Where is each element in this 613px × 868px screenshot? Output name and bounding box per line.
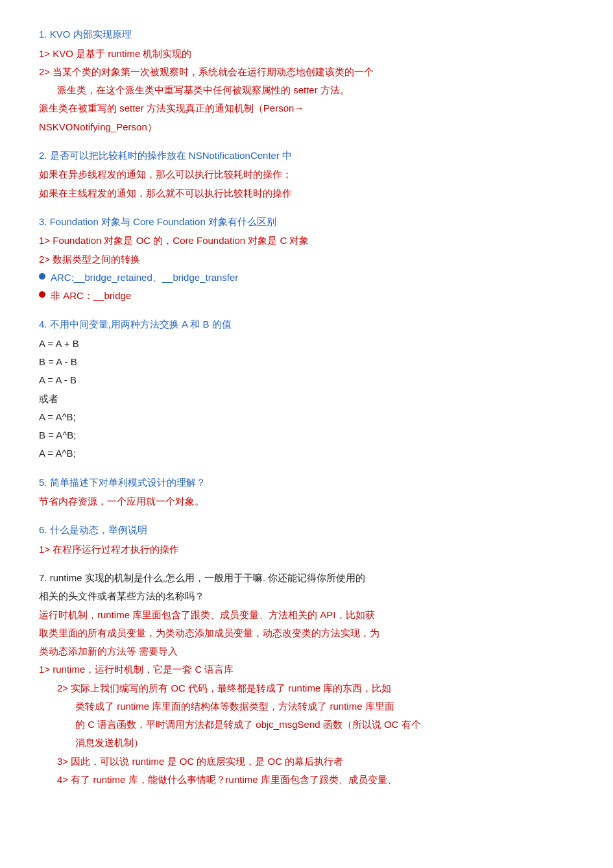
section-3: 3. Foundation 对象与 Core Foundation 对象有什么区… xyxy=(39,213,574,305)
heading-7: 7. runtime 实现的机制是什么,怎么用，一般用于干嘛. 你还能记得你所使… xyxy=(39,570,574,586)
section-1: 1. KVO 内部实现原理 1> KVO 是基于 runtime 机制实现的 2… xyxy=(39,26,574,136)
heading-4: 4. 不用中间变量,用两种方法交换 A 和 B 的值 xyxy=(39,316,574,333)
s4-item-3: A = A - B xyxy=(39,372,574,389)
heading-6: 6. 什么是动态，举例说明 xyxy=(39,522,574,538)
s4-item-2: B = A - B xyxy=(39,354,574,370)
heading-5: 5. 简单描述下对单利模式设计的理解？ xyxy=(39,474,574,491)
s7-item-2c: 的 C 语言函数，平时调用方法都是转成了 objc_msgSend 函数（所以说… xyxy=(39,716,574,733)
s7-item-2: 2> 实际上我们编写的所有 OC 代码，最终都是转成了 runtime 库的东西… xyxy=(39,680,574,697)
s4-item-7: A = A^B; xyxy=(39,445,574,462)
s7-item-1: 1> runtime，运行时机制，它是一套 C 语言库 xyxy=(39,661,574,678)
s1-item-3: 派生类在被重写的 setter 方法实现真正的通知机制（Person→ xyxy=(39,100,574,117)
s1-item-2: 2> 当某个类的对象第一次被观察时，系统就会在运行期动态地创建该类的一个 xyxy=(39,64,574,80)
s2-item-1: 如果在异步线程发的通知，那么可以执行比较耗时的操作； xyxy=(39,166,574,183)
s1-item-2b: 派生类，在这个派生类中重写基类中任何被观察属性的 setter 方法。 xyxy=(39,82,574,99)
s3-bullet-1-text: ARC:__bridge_retained、__bridge_transfer xyxy=(51,269,238,286)
s6-item-1: 1> 在程序运行过程才执行的操作 xyxy=(39,541,574,558)
bullet-dot-red-icon xyxy=(39,291,45,298)
s7-item-3: 3> 因此，可以说 runtime 是 OC 的底层实现，是 OC 的幕后执行者 xyxy=(39,753,574,770)
s3-item-2: 2> 数据类型之间的转换 xyxy=(39,251,574,268)
heading-7b: 相关的头文件或者某些方法的名称吗？ xyxy=(39,588,574,605)
s5-item-1: 节省内存资源，一个应用就一个对象。 xyxy=(39,493,574,510)
s3-bullet-2-text: 非 ARC：__bridge xyxy=(51,287,131,304)
s4-item-5: A = A^B; xyxy=(39,409,574,426)
s2-item-2: 如果在主线程发的通知，那么就不可以执行比较耗时的操作 xyxy=(39,185,574,202)
section-6: 6. 什么是动态，举例说明 1> 在程序运行过程才执行的操作 xyxy=(39,522,574,558)
s3-bullet-2: 非 ARC：__bridge xyxy=(39,287,574,304)
bullet-dot-blue-icon xyxy=(39,273,45,280)
s1-item-3b: NSKVONotifying_Person） xyxy=(39,119,574,136)
s1-item-1: 1> KVO 是基于 runtime 机制实现的 xyxy=(39,45,574,62)
s3-bullet-1: ARC:__bridge_retained、__bridge_transfer xyxy=(39,269,574,286)
heading-2: 2. 是否可以把比较耗时的操作放在 NSNotificationCenter 中 xyxy=(39,147,574,164)
s3-item-1: 1> Foundation 对象是 OC 的，Core Foundation 对… xyxy=(39,232,574,249)
s7-answer-3: 类动态添加新的方法等 需要导入 xyxy=(39,643,574,660)
s4-item-1: A = A + B xyxy=(39,335,574,352)
heading-3: 3. Foundation 对象与 Core Foundation 对象有什么区… xyxy=(39,213,574,230)
s4-item-4: 或者 xyxy=(39,391,574,407)
s7-item-2d: 消息发送机制） xyxy=(39,734,574,751)
s7-answer-1: 运行时机制，runtime 库里面包含了跟类、成员变量、方法相关的 API，比如… xyxy=(39,607,574,623)
s7-answer-2: 取类里面的所有成员变量，为类动态添加成员变量，动态改变类的方法实现，为 xyxy=(39,625,574,642)
section-7: 7. runtime 实现的机制是什么,怎么用，一般用于干嘛. 你还能记得你所使… xyxy=(39,570,574,788)
s7-item-4: 4> 有了 runtime 库，能做什么事情呢？runtime 库里面包含了跟类… xyxy=(39,771,574,788)
heading-1: 1. KVO 内部实现原理 xyxy=(39,26,574,43)
section-5: 5. 简单描述下对单利模式设计的理解？ 节省内存资源，一个应用就一个对象。 xyxy=(39,474,574,511)
page-content: 1. KVO 内部实现原理 1> KVO 是基于 runtime 机制实现的 2… xyxy=(39,26,574,788)
section-4: 4. 不用中间变量,用两种方法交换 A 和 B 的值 A = A + B B =… xyxy=(39,316,574,462)
s4-item-6: B = A^B; xyxy=(39,427,574,444)
s7-item-2b: 类转成了 runtime 库里面的结构体等数据类型，方法转成了 runtime … xyxy=(39,698,574,715)
section-2: 2. 是否可以把比较耗时的操作放在 NSNotificationCenter 中… xyxy=(39,147,574,202)
